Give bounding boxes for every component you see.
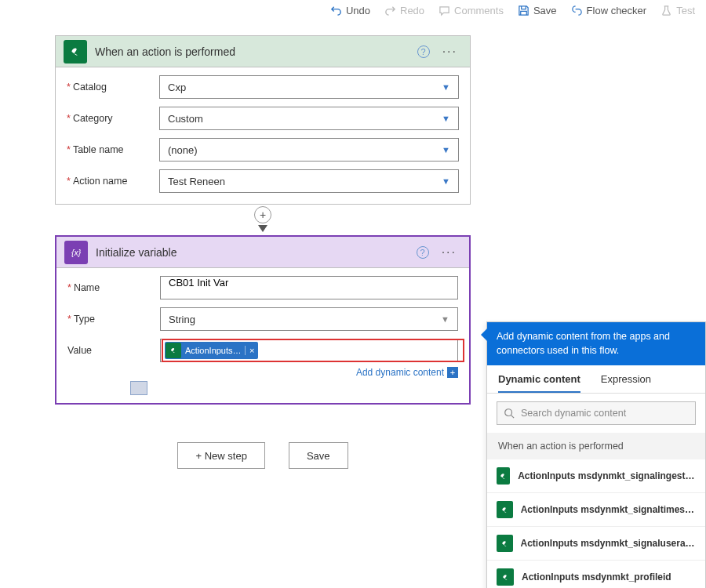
flow-arrow-icon xyxy=(258,225,267,232)
help-icon[interactable]: ? xyxy=(417,45,430,58)
chevron-down-icon: ▼ xyxy=(442,82,450,92)
comments-label: Comments xyxy=(454,5,504,16)
initvar-header[interactable]: {x} Initialize variable ? ··· xyxy=(56,237,469,268)
comments-icon xyxy=(439,5,450,16)
save-button-toolbar[interactable]: Save xyxy=(518,5,557,16)
initvar-title: Initialize variable xyxy=(96,246,409,259)
insert-step-button[interactable]: + xyxy=(254,206,271,223)
catalog-label: *Catalog xyxy=(67,82,159,93)
chevron-down-icon: ▼ xyxy=(442,176,450,186)
panel-callout-arrow xyxy=(481,328,487,341)
dataverse-icon xyxy=(497,568,514,586)
undo-label: Undo xyxy=(346,5,370,16)
token-remove-button[interactable]: × xyxy=(245,346,258,355)
flow-checker-icon xyxy=(571,5,583,16)
table-label: *Table name xyxy=(67,144,159,155)
trigger-title: When an action is performed xyxy=(95,45,409,58)
svg-text:{x}: {x} xyxy=(71,247,82,256)
action-select[interactable]: Test Reneen▼ xyxy=(159,169,459,193)
flow-checker-label: Flow checker xyxy=(587,5,647,16)
trigger-card: When an action is performed ? ··· *Catal… xyxy=(55,35,471,205)
dataverse-icon xyxy=(166,343,181,358)
flow-checker-button[interactable]: Flow checker xyxy=(571,5,647,16)
save-icon xyxy=(518,5,530,16)
plus-icon: + xyxy=(447,367,458,378)
chevron-down-icon: ▼ xyxy=(442,114,450,123)
chevron-down-icon: ▼ xyxy=(442,145,450,154)
dynamic-content-token[interactable]: ActionInputs m... × xyxy=(165,342,258,359)
type-select[interactable]: String▼ xyxy=(160,307,458,331)
undo-icon xyxy=(330,5,342,16)
dynamic-content-result[interactable]: ActionInputs msdynmkt_profileid xyxy=(487,561,705,588)
redo-button[interactable]: Redo xyxy=(384,5,424,16)
tab-expression[interactable]: Expression xyxy=(601,373,651,393)
search-icon xyxy=(504,408,515,419)
name-input[interactable]: CB01 Init Var xyxy=(160,276,458,299)
table-select[interactable]: (none)▼ xyxy=(159,138,459,162)
dataverse-icon xyxy=(497,467,510,485)
trigger-header[interactable]: When an action is performed ? ··· xyxy=(56,36,470,67)
svg-line-2 xyxy=(511,416,515,419)
dynamic-content-result[interactable]: ActionInputs msdynmkt_signaluserauthid xyxy=(487,527,705,561)
help-icon[interactable]: ? xyxy=(417,246,429,259)
redo-label: Redo xyxy=(400,5,424,16)
redo-icon xyxy=(384,5,396,16)
results-section-header: When an action is performed xyxy=(487,433,705,459)
svg-point-1 xyxy=(505,409,512,416)
dataverse-icon xyxy=(497,501,513,518)
test-label: Test xyxy=(676,5,695,16)
chevron-down-icon: ▼ xyxy=(441,314,449,324)
panel-header: Add dynamic content from the apps and co… xyxy=(487,322,705,365)
save-label: Save xyxy=(533,5,557,16)
comments-button[interactable]: Comments xyxy=(439,5,504,16)
clipboard-icon[interactable] xyxy=(130,381,147,395)
trigger-menu-button[interactable]: ··· xyxy=(438,45,462,59)
new-step-button[interactable]: + New step xyxy=(177,442,264,469)
type-label: *Type xyxy=(67,314,160,325)
undo-button[interactable]: Undo xyxy=(330,5,370,16)
test-button[interactable]: Test xyxy=(661,5,695,16)
value-input[interactable]: ActionInputs m... × xyxy=(160,339,458,362)
search-input[interactable]: Search dynamic content xyxy=(497,401,696,425)
add-dynamic-content-link[interactable]: Add dynamic content+ xyxy=(356,367,458,378)
save-button[interactable]: Save xyxy=(289,442,348,469)
category-select[interactable]: Custom▼ xyxy=(159,107,459,130)
test-icon xyxy=(661,5,672,16)
dynamic-content-panel: Add dynamic content from the apps and co… xyxy=(486,321,706,588)
action-label: *Action name xyxy=(67,176,159,187)
tab-dynamic-content[interactable]: Dynamic content xyxy=(498,373,580,393)
variable-icon: {x} xyxy=(64,241,88,264)
dataverse-icon xyxy=(497,535,513,552)
dynamic-content-result[interactable]: ActionInputs msdynmkt_signaltimestamp xyxy=(487,493,705,527)
initvar-menu-button[interactable]: ··· xyxy=(437,245,461,260)
category-label: *Category xyxy=(67,113,159,124)
initialize-variable-card: {x} Initialize variable ? ··· *Name CB01… xyxy=(55,235,471,405)
catalog-select[interactable]: Cxp▼ xyxy=(159,75,459,99)
dynamic-content-result[interactable]: ActionInputs msdynmkt_signalingestiontim… xyxy=(487,459,705,493)
dataverse-icon xyxy=(64,40,87,64)
top-toolbar: Undo Redo Comments Save Flow checker Tes… xyxy=(0,0,706,21)
value-label: Value xyxy=(67,345,160,356)
name-label: *Name xyxy=(67,282,160,293)
